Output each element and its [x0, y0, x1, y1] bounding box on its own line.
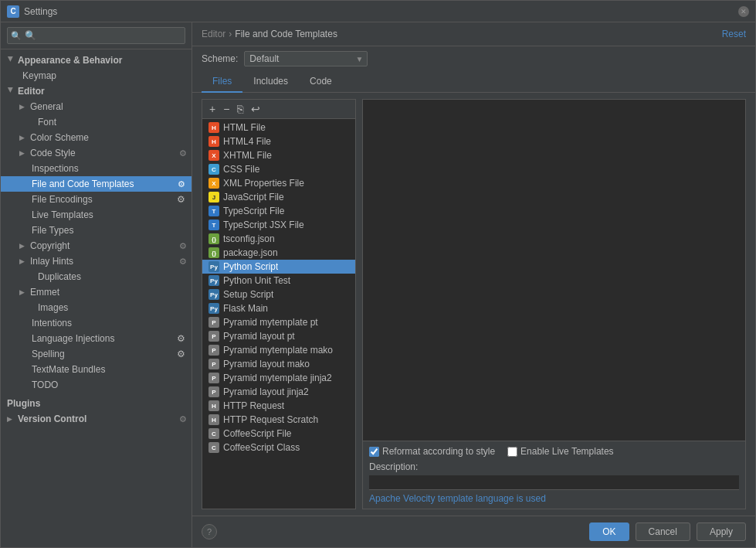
apply-button[interactable]: Apply — [697, 522, 746, 541]
list-item[interactable]: CCSS File — [202, 162, 355, 176]
list-item[interactable]: TTypeScript JSX File — [202, 218, 355, 232]
sidebar-item-keymap[interactable]: Keymap — [1, 68, 192, 83]
gear-icon: ⚙ — [179, 257, 187, 267]
list-item[interactable]: PPyramid layout jinja2 — [202, 385, 355, 399]
sidebar-item-file-code-templates[interactable]: File and Code Templates ⚙ — [1, 176, 192, 192]
sidebar-item-label: File Types — [32, 225, 73, 236]
close-button[interactable]: ✕ — [738, 6, 749, 17]
list-item[interactable]: HHTTP Request Scratch — [202, 413, 355, 427]
list-item[interactable]: {}package.json — [202, 246, 355, 260]
gear-icon: ⚙ — [177, 194, 185, 205]
sidebar-item-color-scheme[interactable]: ▶ Color Scheme — [1, 130, 192, 145]
sidebar-item-label: General — [30, 101, 63, 112]
file-list-panel: + − ⎘ ↩ HHTML FileHHTML4 FileXXHTML File… — [202, 99, 356, 509]
ok-button[interactable]: OK — [589, 522, 629, 541]
file-item-label: TypeScript File — [223, 206, 284, 216]
reset-template-button[interactable]: ↩ — [249, 103, 263, 115]
list-item[interactable]: HHTTP Request — [202, 399, 355, 413]
list-item[interactable]: HHTML4 File — [202, 134, 355, 148]
list-item[interactable]: PyPython Unit Test — [202, 274, 355, 288]
tab-code[interactable]: Code — [299, 71, 343, 93]
list-item[interactable]: CCoffeeScript File — [202, 427, 355, 441]
description-input[interactable] — [369, 475, 739, 490]
file-type-icon: X — [208, 178, 219, 189]
file-item-label: JavaScript File — [223, 192, 284, 203]
cancel-button[interactable]: Cancel — [636, 522, 690, 541]
sidebar-item-appearance[interactable]: ▶ Appearance & Behavior — [1, 53, 192, 68]
chevron-icon: ▶ — [7, 415, 15, 423]
scheme-label: Scheme: — [202, 53, 238, 64]
copy-template-button[interactable]: ⎘ — [235, 103, 246, 115]
list-item[interactable]: PySetup Script — [202, 288, 355, 301]
sidebar-item-label: File Encodings — [32, 194, 93, 205]
window-title: Settings — [24, 6, 738, 17]
list-item[interactable]: {}tsconfig.json — [202, 232, 355, 246]
file-item-label: HTTP Request Scratch — [223, 414, 318, 425]
sidebar-item-spelling[interactable]: Spelling ⚙ — [1, 346, 192, 362]
sidebar-item-todo[interactable]: TODO — [1, 377, 192, 393]
sidebar-item-images[interactable]: Images — [1, 300, 192, 315]
sidebar-item-editor[interactable]: ▶ Editor — [1, 83, 192, 99]
help-button[interactable]: ? — [202, 524, 217, 539]
sidebar-item-label: Duplicates — [38, 271, 81, 282]
breadcrumb-parent: Editor — [202, 29, 225, 39]
sidebar-item-copyright[interactable]: ▶ Copyright ⚙ — [1, 238, 192, 254]
file-type-icon: {} — [208, 233, 219, 244]
list-item[interactable]: PyFlask Main — [202, 301, 355, 315]
list-item[interactable]: PPyramid mytemplate jinja2 — [202, 371, 355, 385]
file-type-icon: P — [208, 359, 219, 369]
list-item[interactable]: PPyramid mytemplate mako — [202, 343, 355, 357]
sidebar-item-live-templates[interactable]: Live Templates — [1, 207, 192, 223]
sidebar-item-version-control[interactable]: ▶ Version Control ⚙ — [1, 411, 192, 427]
reformat-checkbox[interactable] — [369, 447, 379, 457]
list-item[interactable]: PyPython Script — [202, 260, 355, 274]
list-item[interactable]: HHTML File — [202, 121, 355, 134]
sidebar: 🔍 ▶ Appearance & Behavior Keymap ▶ Edito… — [1, 22, 192, 547]
reset-button[interactable]: Reset — [722, 29, 746, 39]
sidebar-item-inspections[interactable]: Inspections — [1, 161, 192, 176]
title-bar: C Settings ✕ — [1, 1, 755, 22]
sidebar-item-textmate-bundles[interactable]: TextMate Bundles — [1, 362, 192, 377]
sidebar-item-code-style[interactable]: ▶ Code Style ⚙ — [1, 145, 192, 161]
list-item[interactable]: JJavaScript File — [202, 190, 355, 204]
list-item[interactable]: TTypeScript File — [202, 204, 355, 218]
sidebar-item-general[interactable]: ▶ General — [1, 99, 192, 114]
sidebar-item-emmet[interactable]: ▶ Emmet — [1, 284, 192, 300]
file-list: HHTML FileHHTML4 FileXXHTML FileCCSS Fil… — [202, 119, 355, 509]
live-templates-checkbox-label[interactable]: Enable Live Templates — [507, 446, 614, 457]
list-item[interactable]: XXHTML File — [202, 148, 355, 162]
sidebar-item-inlay-hints[interactable]: ▶ Inlay Hints ⚙ — [1, 254, 192, 269]
sidebar-item-font[interactable]: Font — [1, 114, 192, 130]
search-input[interactable] — [7, 27, 185, 44]
file-type-icon: H — [208, 400, 219, 411]
file-type-icon: P — [208, 317, 219, 328]
sidebar-item-plugins[interactable]: Plugins — [1, 396, 192, 411]
sidebar-item-file-types[interactable]: File Types — [1, 223, 192, 238]
description-hint: Apache Velocity template language is use… — [369, 493, 739, 504]
settings-window: C Settings ✕ 🔍 ▶ Appearance & Behavior — [0, 0, 756, 548]
editor-area[interactable] — [363, 100, 745, 441]
sidebar-item-file-encodings[interactable]: File Encodings ⚙ — [1, 192, 192, 207]
file-item-label: CoffeeScript File — [223, 428, 291, 439]
tab-files[interactable]: Files — [202, 71, 242, 93]
sidebar-item-label: Color Scheme — [30, 132, 89, 143]
list-item[interactable]: PPyramid layout mako — [202, 357, 355, 371]
right-panel: Editor › File and Code Templates Reset S… — [192, 22, 755, 547]
bottom-bar: ? OK Cancel Apply — [192, 516, 755, 547]
list-item[interactable]: PPyramid layout pt — [202, 329, 355, 343]
chevron-icon: ▶ — [7, 56, 15, 64]
remove-template-button[interactable]: − — [221, 103, 232, 115]
sidebar-item-language-injections[interactable]: Language Injections ⚙ — [1, 331, 192, 346]
file-type-icon: Py — [208, 261, 219, 272]
list-item[interactable]: CCoffeeScript Class — [202, 441, 355, 454]
tab-includes[interactable]: Includes — [242, 71, 299, 93]
list-item[interactable]: PPyramid mytemplate pt — [202, 315, 355, 329]
sidebar-item-duplicates[interactable]: Duplicates — [1, 269, 192, 284]
sidebar-item-intentions[interactable]: Intentions — [1, 315, 192, 331]
live-templates-checkbox[interactable] — [507, 447, 517, 457]
add-template-button[interactable]: + — [207, 103, 218, 115]
scheme-select[interactable]: Default Project — [244, 51, 368, 66]
list-item[interactable]: XXML Properties File — [202, 176, 355, 190]
reformat-checkbox-label[interactable]: Reformat according to style — [369, 446, 495, 457]
sidebar-item-label: Emmet — [30, 287, 59, 298]
